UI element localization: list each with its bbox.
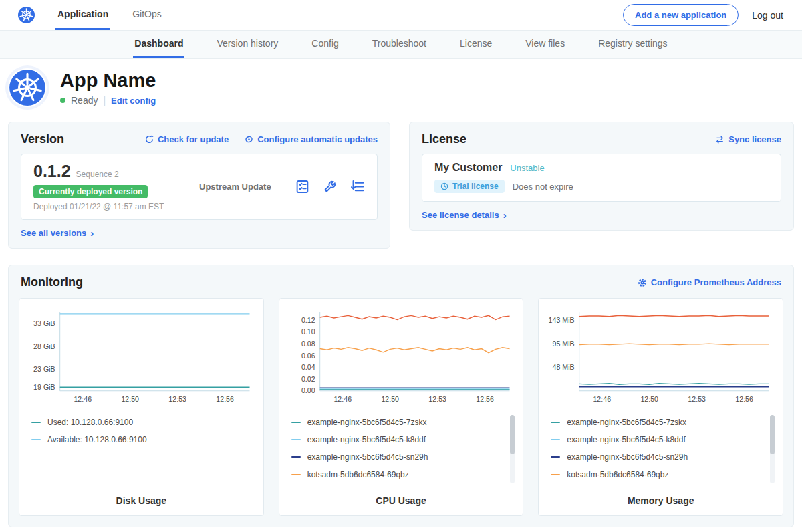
gear-icon xyxy=(638,278,647,287)
channel-label: Unstable xyxy=(510,163,544,173)
legend-item[interactable]: example-nginx-5bc6f5d4c5-k8ddf xyxy=(291,431,511,448)
svg-text:19 GiB: 19 GiB xyxy=(33,383,55,391)
legend-label: Available: 10.128.0.66:9100 xyxy=(47,435,147,444)
svg-text:95 MiB: 95 MiB xyxy=(553,340,575,348)
svg-text:48 MiB: 48 MiB xyxy=(553,363,575,371)
svg-text:0.08: 0.08 xyxy=(301,340,315,348)
disk-usage-legend: Used: 10.128.0.66:9100Available: 10.128.… xyxy=(26,412,257,487)
legend-dash-icon xyxy=(551,439,560,440)
configure-prometheus-link[interactable]: Configure Prometheus Address xyxy=(638,277,781,287)
tab-dashboard[interactable]: Dashboard xyxy=(133,31,184,58)
app-header: App Name Ready | Edit config xyxy=(0,59,802,118)
customer-name: My Customer xyxy=(434,162,502,174)
deployed-timestamp: Deployed 01/21/22 @ 11:57 am EST xyxy=(33,202,175,211)
memory-usage-panel: 143 MiB95 MiB48 MiB12:4612:5012:5312:56 … xyxy=(538,298,783,516)
svg-text:12:53: 12:53 xyxy=(688,395,706,403)
legend-dash-icon xyxy=(551,474,560,475)
disk-usage-chart: 33 GiB28 GiB23 GiB19 GiB12:4612:5012:531… xyxy=(26,307,257,408)
cpu-usage-chart: 0.120.100.080.060.040.020.0012:4612:5012… xyxy=(286,307,517,408)
top-navbar: Application GitOps Add a new application… xyxy=(0,0,802,30)
legend-item[interactable]: kotsadm-5db6dc6584-69qbz xyxy=(551,466,771,483)
legend-dash-icon xyxy=(31,422,41,423)
tab-license[interactable]: License xyxy=(458,31,493,58)
sequence-label: Sequence 2 xyxy=(76,170,119,179)
legend-label: kotsadm-5db6dc6584-69qbz xyxy=(567,470,668,479)
svg-text:12:46: 12:46 xyxy=(593,395,612,403)
legend-item[interactable]: Used: 10.128.0.66:9100 xyxy=(31,414,251,431)
auto-update-icon xyxy=(245,135,253,144)
nav-tab-gitops[interactable]: GitOps xyxy=(130,0,164,30)
svg-text:12:53: 12:53 xyxy=(428,395,446,403)
tab-troubleshoot[interactable]: Troubleshoot xyxy=(371,31,428,58)
svg-text:143 MiB: 143 MiB xyxy=(549,316,575,324)
release-notes-icon[interactable] xyxy=(295,180,309,194)
license-type-badge: Trial license xyxy=(434,180,505,193)
svg-text:0.06: 0.06 xyxy=(301,352,315,360)
configure-automatic-updates-link[interactable]: Configure automatic updates xyxy=(245,134,378,144)
svg-text:12:53: 12:53 xyxy=(168,395,186,403)
check-for-update-link[interactable]: Check for update xyxy=(145,134,229,144)
svg-text:28 GiB: 28 GiB xyxy=(33,342,55,350)
legend-dash-icon xyxy=(291,439,301,440)
svg-text:12:46: 12:46 xyxy=(333,395,352,403)
legend-dash-icon xyxy=(291,474,301,475)
legend-scrollbar[interactable] xyxy=(770,415,775,483)
cpu-usage-legend: example-nginx-5bc6f5d4c5-7zskxexample-ng… xyxy=(286,412,517,487)
expiry-label: Does not expire xyxy=(513,182,573,192)
view-diff-icon[interactable] xyxy=(350,180,365,194)
license-card: License Sync license My Customer Unstabl… xyxy=(409,122,794,231)
nav-tab-application[interactable]: Application xyxy=(55,0,110,30)
tab-config[interactable]: Config xyxy=(310,31,340,58)
svg-text:12:50: 12:50 xyxy=(641,395,659,403)
version-card: Version Check for update Configure autom… xyxy=(8,122,390,249)
divider: | xyxy=(103,95,106,106)
chart-title: CPU Usage xyxy=(286,495,517,506)
see-all-versions-link[interactable]: See all versions › xyxy=(21,228,94,238)
legend-item[interactable]: example-nginx-5bc6f5d4c5-7zskx xyxy=(551,414,771,431)
svg-text:0.12: 0.12 xyxy=(301,316,315,324)
legend-label: example-nginx-5bc6f5d4c5-k8ddf xyxy=(567,435,685,444)
tab-version-history[interactable]: Version history xyxy=(215,31,279,58)
clock-icon xyxy=(440,182,448,190)
svg-text:0.02: 0.02 xyxy=(301,375,315,383)
legend-label: example-nginx-5bc6f5d4c5-7zskx xyxy=(307,418,427,427)
tab-registry-settings[interactable]: Registry settings xyxy=(597,31,668,58)
sync-icon xyxy=(715,136,724,144)
svg-text:12:46: 12:46 xyxy=(74,395,92,403)
upstream-update-label: Upstream Update xyxy=(175,182,295,192)
config-wrench-icon[interactable] xyxy=(323,180,337,194)
legend-item[interactable]: kotsadm-5db6dc6584-69qbz xyxy=(291,466,511,483)
legend-dash-icon xyxy=(551,456,560,458)
logout-link[interactable]: Log out xyxy=(752,10,783,21)
legend-item[interactable]: example-nginx-5bc6f5d4c5-sn29h xyxy=(551,448,771,466)
cpu-usage-panel: 0.120.100.080.060.040.020.0012:4612:5012… xyxy=(279,298,524,516)
tab-view-files[interactable]: View files xyxy=(524,31,566,58)
legend-item[interactable]: Available: 10.128.0.66:9100 xyxy=(31,431,251,448)
edit-config-link[interactable]: Edit config xyxy=(111,96,156,106)
legend-dash-icon xyxy=(31,439,41,440)
add-new-application-button[interactable]: Add a new application xyxy=(623,4,739,26)
svg-text:0.00: 0.00 xyxy=(301,386,315,394)
status-dot-icon xyxy=(60,98,65,103)
sync-license-link[interactable]: Sync license xyxy=(715,134,781,144)
legend-dash-icon xyxy=(291,422,301,423)
svg-text:23 GiB: 23 GiB xyxy=(33,365,55,373)
app-logo-icon xyxy=(8,68,47,107)
app-subnav: Dashboard Version history Config Trouble… xyxy=(0,30,802,59)
legend-item[interactable]: example-nginx-5bc6f5d4c5-sn29h xyxy=(291,448,511,466)
monitoring-title: Monitoring xyxy=(21,275,83,289)
chevron-right-icon: › xyxy=(503,210,507,220)
memory-usage-chart: 143 MiB95 MiB48 MiB12:4612:5012:5312:56 xyxy=(545,307,776,408)
legend-dash-icon xyxy=(551,422,560,423)
legend-label: kotsadm-5db6dc6584-69qbz xyxy=(307,470,409,479)
legend-scrollbar[interactable] xyxy=(510,415,515,483)
see-license-details-link[interactable]: See license details › xyxy=(422,210,507,220)
legend-label: example-nginx-5bc6f5d4c5-sn29h xyxy=(567,452,688,462)
legend-item[interactable]: example-nginx-5bc6f5d4c5-k8ddf xyxy=(551,431,771,448)
svg-text:12:56: 12:56 xyxy=(216,395,234,403)
legend-item[interactable]: example-nginx-5bc6f5d4c5-7zskx xyxy=(291,414,511,431)
monitoring-card: Monitoring Configure Prometheus Address … xyxy=(8,265,794,527)
svg-text:12:56: 12:56 xyxy=(736,395,754,403)
chart-title: Disk Usage xyxy=(26,495,257,506)
license-info-box: My Customer Unstable Trial license Does … xyxy=(422,154,781,202)
